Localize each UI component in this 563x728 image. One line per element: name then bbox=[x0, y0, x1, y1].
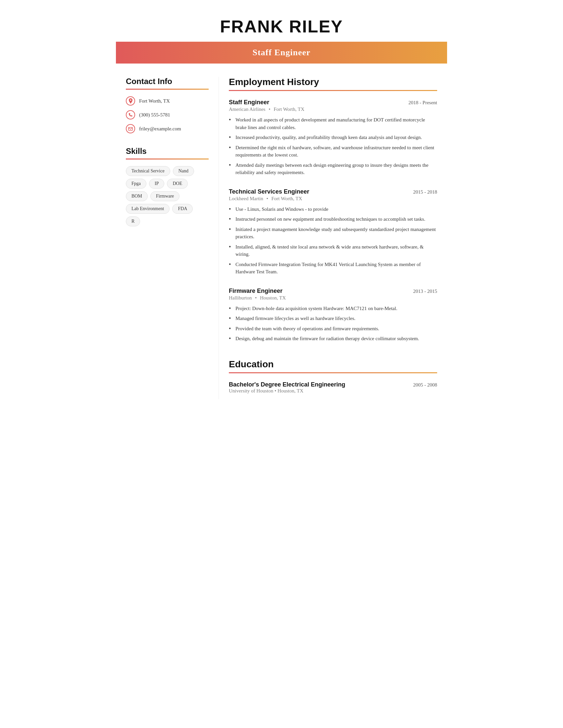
employment-section: Employment History Staff Engineer2018 - … bbox=[229, 77, 437, 342]
edu-header: Bachelor's Degree Electrical Engineering… bbox=[229, 381, 437, 388]
job-header: Technical Services Engineer2015 - 2018 bbox=[229, 188, 437, 195]
job-dates: 2013 - 2015 bbox=[413, 289, 438, 294]
skill-tag: FDA bbox=[172, 204, 193, 214]
employment-section-title: Employment History bbox=[229, 77, 437, 87]
job-bullet-item: Conducted Firmware Integration Testing f… bbox=[229, 261, 437, 276]
edu-dates: 2005 - 2008 bbox=[413, 382, 438, 388]
job-dates: 2018 - Present bbox=[408, 100, 437, 106]
job-bullets: Use - Linux, Solaris and Windows - to pr… bbox=[229, 205, 437, 276]
email-text: friley@example.com bbox=[139, 126, 181, 132]
job-entry: Technical Services Engineer2015 - 2018Lo… bbox=[229, 188, 437, 276]
job-title: Technical Services Engineer bbox=[229, 188, 309, 195]
job-header: Firmware Engineer2013 - 2015 bbox=[229, 288, 437, 295]
skill-tag: Firmware bbox=[150, 191, 179, 201]
skills-divider bbox=[126, 159, 209, 159]
skill-tag: DOE bbox=[167, 179, 188, 189]
jobs-container: Staff Engineer2018 - PresentAmerican Air… bbox=[229, 99, 437, 342]
location-icon bbox=[126, 96, 135, 106]
contact-phone: (300) 555-5781 bbox=[126, 110, 209, 119]
svg-rect-0 bbox=[128, 127, 132, 130]
left-column: Contact Info Fort Worth, TX bbox=[126, 77, 218, 399]
job-company: Halliburton • Houston, TX bbox=[229, 295, 437, 301]
candidate-title: Staff Engineer bbox=[116, 42, 447, 64]
job-bullets: Project: Down-hole data acquisition syst… bbox=[229, 305, 437, 342]
skill-tag: Nand bbox=[173, 166, 194, 176]
contact-email: friley@example.com bbox=[126, 124, 209, 133]
skill-tag: Lab Environment bbox=[126, 204, 169, 214]
job-title: Firmware Engineer bbox=[229, 288, 283, 295]
phone-text: (300) 555-5781 bbox=[139, 112, 170, 118]
candidate-name: FRANK RILEY bbox=[116, 0, 447, 42]
job-entry: Staff Engineer2018 - PresentAmerican Air… bbox=[229, 99, 437, 176]
skills-section: Skills Technical ServiceNandFpgaIPDOEBOM… bbox=[126, 147, 209, 226]
job-bullet-item: Project: Down-hole data acquisition syst… bbox=[229, 305, 437, 312]
job-bullet-item: Instructed personnel on new equipment an… bbox=[229, 215, 437, 223]
job-header: Staff Engineer2018 - Present bbox=[229, 99, 437, 106]
job-bullet-item: Installed, aligned, & tested site local … bbox=[229, 243, 437, 258]
skill-tag: Fpga bbox=[126, 179, 146, 189]
education-section: Education Bachelor's Degree Electrical E… bbox=[229, 359, 437, 394]
contact-section: Contact Info Fort Worth, TX bbox=[126, 77, 209, 133]
education-section-title: Education bbox=[229, 359, 437, 370]
edu-container: Bachelor's Degree Electrical Engineering… bbox=[229, 381, 437, 394]
skills-section-title: Skills bbox=[126, 147, 209, 156]
job-bullet-item: Determined the right mix of hardware, so… bbox=[229, 144, 437, 159]
right-column: Employment History Staff Engineer2018 - … bbox=[218, 77, 437, 399]
job-bullet-item: Worked in all aspects of product develop… bbox=[229, 116, 437, 131]
skill-tag: IP bbox=[149, 179, 164, 189]
contact-divider bbox=[126, 89, 209, 90]
job-entry: Firmware Engineer2013 - 2015Halliburton … bbox=[229, 288, 437, 342]
education-divider bbox=[229, 372, 437, 373]
contact-section-title: Contact Info bbox=[126, 77, 209, 86]
email-icon bbox=[126, 124, 135, 133]
edu-degree: Bachelor's Degree Electrical Engineering bbox=[229, 381, 345, 388]
job-bullet-item: Use - Linux, Solaris and Windows - to pr… bbox=[229, 205, 437, 213]
skill-tag: BOM bbox=[126, 191, 148, 201]
edu-entry: Bachelor's Degree Electrical Engineering… bbox=[229, 381, 437, 394]
job-bullets: Worked in all aspects of product develop… bbox=[229, 116, 437, 176]
job-company: Lockheed Martin • Fort Worth, TX bbox=[229, 196, 437, 202]
job-title: Staff Engineer bbox=[229, 99, 269, 106]
job-company: American Airlines • Fort Worth, TX bbox=[229, 107, 437, 112]
job-bullet-item: Increased productivity, quality, and pro… bbox=[229, 134, 437, 141]
skill-tag: Technical Service bbox=[126, 166, 170, 176]
contact-location: Fort Worth, TX bbox=[126, 96, 209, 106]
job-dates: 2015 - 2018 bbox=[413, 189, 438, 195]
job-bullet-item: Design, debug and maintain the firmware … bbox=[229, 335, 437, 342]
job-bullet-item: Provided the team with theory of operati… bbox=[229, 325, 437, 333]
employment-divider bbox=[229, 90, 437, 91]
job-bullet-item: Managed firmware lifecycles as well as h… bbox=[229, 315, 437, 322]
skill-tags-container: Technical ServiceNandFpgaIPDOEBOMFirmwar… bbox=[126, 166, 209, 226]
job-bullet-item: Attended daily meetings between each des… bbox=[229, 161, 437, 176]
job-bullet-item: Initiated a project management knowledge… bbox=[229, 226, 437, 241]
phone-icon bbox=[126, 110, 135, 119]
location-text: Fort Worth, TX bbox=[139, 98, 170, 104]
edu-school: University of Houston • Houston, TX bbox=[229, 388, 437, 394]
skill-tag: R bbox=[126, 216, 140, 226]
